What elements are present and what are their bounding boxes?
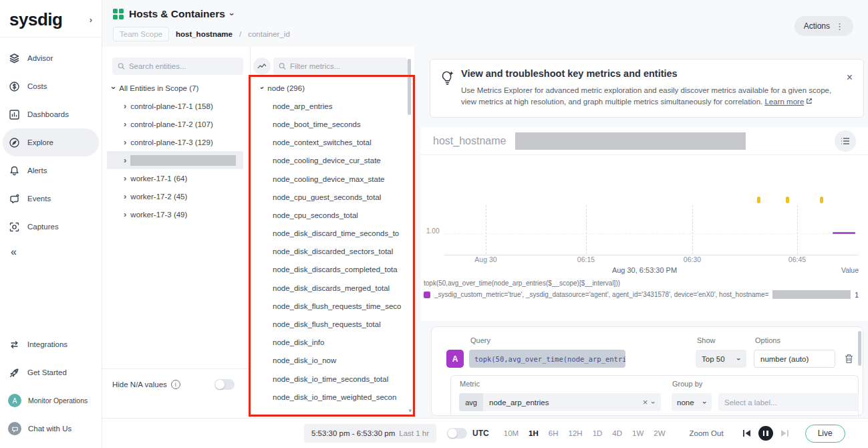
sidebar-item-dashboards[interactable]: Dashboards [0, 100, 102, 128]
skip-back-button[interactable] [742, 429, 752, 437]
group-by-label-input[interactable] [718, 393, 859, 411]
metric-item[interactable]: node_disk_io_time_seconds_total [261, 370, 405, 388]
sidebar-item-costs[interactable]: Costs [0, 72, 102, 100]
line-chart-icon [257, 62, 267, 71]
metric-item[interactable]: node_cpu_seconds_total [261, 206, 405, 224]
group-by-select[interactable]: none › [672, 393, 712, 411]
sidebar-item-alerts[interactable]: Alerts [0, 156, 102, 185]
alert-marker[interactable] [786, 197, 789, 203]
sidebar-item-label: Explore [27, 138, 53, 146]
utc-toggle[interactable] [447, 428, 467, 439]
sidebar-item-monitor-operations[interactable]: A Monitor Operations [0, 386, 102, 415]
sidebar-item-captures[interactable]: Captures [0, 213, 102, 241]
show-select[interactable]: Top 50 › [696, 350, 746, 368]
time-range-display[interactable]: 5:53:30 pm - 6:53:30 pm Last 1 hr [304, 424, 436, 443]
sysdig-logo: sysdig [9, 9, 62, 30]
entity-label: worker-17-3 (49) [130, 211, 187, 219]
alert-marker[interactable] [757, 197, 760, 203]
entity-tree-item[interactable]: ›worker-17-1 (64) [112, 169, 243, 187]
metric-filter[interactable] [273, 58, 408, 75]
metric-select[interactable]: node_arp_entries × › [483, 393, 661, 411]
actions-button[interactable]: Actions ⋮ [794, 16, 853, 36]
metric-item[interactable]: node_cooling_device_cur_state [261, 152, 405, 170]
metric-item[interactable]: node_disk_io_time_weighted_secon [261, 388, 405, 406]
sidebar-item-advisor[interactable]: Advisor [0, 44, 102, 72]
sidebar-item-label: Monitor Operations [28, 397, 88, 405]
entity-tree-item[interactable]: ›worker-17-3 (49) [112, 205, 243, 223]
entity-label: control-plane-17-3 (129) [130, 138, 212, 146]
team-scope-chip[interactable]: Team Scope [113, 27, 169, 41]
sidebar-item-explore[interactable]: Explore [3, 128, 99, 156]
metric-item[interactable]: node_disk_discard_time_seconds_to [261, 225, 405, 243]
live-button[interactable]: Live [805, 425, 845, 443]
chevron-down-icon[interactable]: › [649, 401, 658, 404]
range-2w[interactable]: 2W [654, 429, 665, 437]
entity-tree-item-selected[interactable]: › [107, 151, 243, 169]
info-icon[interactable]: i [171, 380, 180, 389]
entity-tree-item[interactable]: ›worker-17-2 (45) [112, 187, 243, 205]
sidebar-expand-icon[interactable]: › [90, 15, 92, 25]
pause-button[interactable] [758, 426, 773, 441]
options-input[interactable]: number (auto) [754, 350, 835, 368]
collapse-sidebar-icon[interactable]: « [0, 241, 102, 263]
metric-item[interactable]: node_context_switches_total [261, 134, 405, 152]
sidebar-item-integrations[interactable]: Integrations [0, 330, 102, 358]
range-10m[interactable]: 10M [504, 429, 519, 437]
sidebar-item-chat[interactable]: Chat with Us [0, 415, 102, 443]
range-4d[interactable]: 4D [612, 429, 622, 437]
chevron-down-icon[interactable]: › [227, 13, 237, 15]
delete-query-button[interactable] [845, 354, 853, 366]
range-12h[interactable]: 12H [569, 429, 583, 437]
zoom-out-button[interactable]: Zoom Out [690, 429, 724, 437]
sidebar-item-get-started[interactable]: Get Started [0, 358, 102, 386]
metric-item[interactable]: node_arp_entries [261, 97, 405, 115]
close-icon[interactable]: × [847, 72, 853, 84]
legend-row[interactable]: _sysdig_custom_metric='true', _sysdig_da… [421, 287, 868, 299]
query-input[interactable]: topk(50,avg_over_time(node_arp_entries($… [469, 350, 625, 368]
entity-tree-root[interactable]: ›All Entities in Scope (7) [112, 79, 243, 97]
metric-item[interactable]: node_disk_info [261, 334, 405, 352]
alert-marker[interactable] [820, 197, 823, 203]
h-gridline [444, 233, 859, 234]
aggregation-chip[interactable]: avg [459, 393, 483, 411]
sidebar-item-label: Alerts [27, 166, 47, 175]
metric-item[interactable]: node_disk_io_now [261, 352, 405, 370]
metric-item[interactable]: node_disk_flush_requests_total [261, 315, 405, 333]
metric-item[interactable]: node_disk_discarded_sectors_total [261, 243, 405, 261]
legend-label: _sysdig_custom_metric='true', _sysdig_da… [434, 291, 768, 298]
time-navigation-bar: 5:53:30 pm - 6:53:30 pm Last 1 hr UTC 10… [102, 418, 868, 448]
skip-forward-button[interactable] [780, 429, 789, 437]
metrics-scrollbar[interactable] [408, 59, 411, 115]
metric-item[interactable]: node_cpu_guest_seconds_total [261, 188, 405, 206]
learn-more-link[interactable]: Learn more [764, 98, 804, 106]
metric-group[interactable]: ›node (296) [261, 79, 405, 97]
range-6h[interactable]: 6H [549, 429, 559, 437]
scroll-down-icon[interactable]: ▾ [408, 407, 412, 414]
range-1h[interactable]: 1H [529, 429, 539, 437]
chart-line-icon-button[interactable] [253, 58, 271, 75]
hide-na-toggle[interactable] [214, 379, 235, 390]
breadcrumb-host[interactable]: host_hostname [176, 30, 233, 38]
metric-item[interactable]: node_disk_discards_merged_total [261, 279, 405, 297]
metric-item[interactable]: node_disk_discards_completed_tota [261, 261, 405, 279]
page-title[interactable]: Hosts & Containers [129, 8, 225, 20]
legend-list-button[interactable] [835, 130, 856, 152]
metric-item[interactable]: node_boot_time_seconds [261, 115, 405, 133]
entity-tree-item[interactable]: ›control-plane-17-2 (107) [112, 115, 243, 133]
builder-scrollbar[interactable] [858, 331, 861, 366]
sidebar-item-events[interactable]: Events [0, 185, 102, 213]
breadcrumb-container[interactable]: container_id [248, 30, 290, 38]
metric-filter-input[interactable] [290, 62, 402, 70]
range-1d[interactable]: 1D [593, 429, 603, 437]
entity-search[interactable] [112, 58, 243, 75]
chart-plot[interactable]: 1.00 [421, 155, 868, 255]
entity-search-input[interactable] [129, 62, 238, 70]
query-letter-badge[interactable]: A [446, 350, 464, 368]
metric-item[interactable]: node_disk_flush_requests_time_seco [261, 297, 405, 315]
entity-tree-item[interactable]: ›control-plane-17-3 (129) [112, 133, 243, 151]
series-line[interactable] [833, 232, 855, 234]
metric-item[interactable]: node_cooling_device_max_state [261, 170, 405, 188]
top-header: Hosts & Containers › Team Scope host_hos… [102, 0, 868, 47]
entity-tree-item[interactable]: ›control-plane-17-1 (158) [112, 97, 243, 115]
range-1w[interactable]: 1W [632, 429, 643, 437]
